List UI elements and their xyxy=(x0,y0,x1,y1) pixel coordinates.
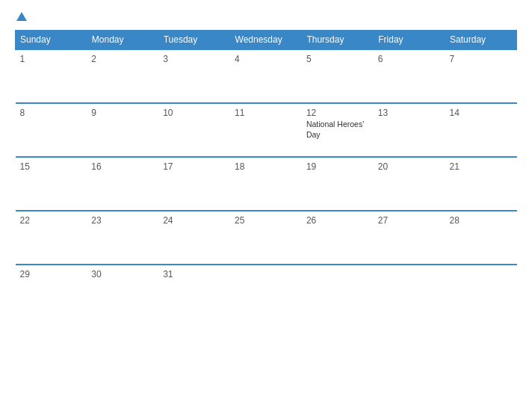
calendar-cell: 26 xyxy=(302,211,374,265)
calendar-cell: 28 xyxy=(445,211,517,265)
calendar-header: SundayMondayTuesdayWednesdayThursdayFrid… xyxy=(16,31,517,50)
cell-day-number: 6 xyxy=(378,54,441,64)
cell-event-label: National Heroes' Day xyxy=(306,120,369,140)
cell-day-number: 12 xyxy=(306,108,369,118)
cell-day-number: 14 xyxy=(450,108,513,118)
calendar-cell: 25 xyxy=(230,211,302,265)
calendar-cell: 11 xyxy=(230,103,302,157)
cell-day-number: 30 xyxy=(91,269,154,279)
calendar-cell: 5 xyxy=(302,49,374,103)
col-header-thursday: Thursday xyxy=(302,31,374,50)
col-header-saturday: Saturday xyxy=(445,31,517,50)
calendar-cell: 17 xyxy=(158,157,230,211)
calendar-week-row: 15161718192021 xyxy=(16,157,517,211)
cell-day-number: 19 xyxy=(306,161,369,172)
cell-day-number: 26 xyxy=(306,215,369,226)
calendar-cell: 8 xyxy=(16,103,87,157)
calendar-cell: 13 xyxy=(374,103,445,157)
page: SundayMondayTuesdayWednesdayThursdayFrid… xyxy=(0,0,532,411)
calendar-cell: 30 xyxy=(87,265,158,318)
cell-day-number: 17 xyxy=(163,161,226,172)
col-header-wednesday: Wednesday xyxy=(230,31,302,50)
cell-day-number: 22 xyxy=(20,215,83,226)
cell-day-number: 11 xyxy=(235,108,297,118)
calendar-cell: 15 xyxy=(16,157,87,211)
cell-day-number: 24 xyxy=(163,215,226,226)
calendar-cell: 29 xyxy=(16,265,87,318)
calendar-cell: 21 xyxy=(445,157,517,211)
calendar-week-row: 22232425262728 xyxy=(16,211,517,265)
cell-day-number: 7 xyxy=(450,54,513,64)
calendar-cell: 4 xyxy=(230,49,302,103)
calendar-cell: 1 xyxy=(16,49,87,103)
cell-day-number: 29 xyxy=(20,269,83,279)
cell-day-number: 4 xyxy=(235,54,297,64)
cell-day-number: 9 xyxy=(91,108,154,118)
calendar-cell: 31 xyxy=(158,265,230,318)
col-header-sunday: Sunday xyxy=(16,31,87,50)
header xyxy=(15,13,517,22)
logo-triangle-icon xyxy=(16,12,27,21)
col-header-tuesday: Tuesday xyxy=(158,31,230,50)
calendar-cell: 2 xyxy=(87,49,158,103)
calendar-cell: 7 xyxy=(445,49,517,103)
calendar-cell: 22 xyxy=(16,211,87,265)
calendar-cell xyxy=(230,265,302,318)
cell-day-number: 23 xyxy=(91,215,154,226)
cell-day-number: 5 xyxy=(306,54,369,64)
calendar-cell: 12National Heroes' Day xyxy=(302,103,374,157)
calendar-cell xyxy=(445,265,517,318)
calendar-cell: 19 xyxy=(302,157,374,211)
cell-day-number: 13 xyxy=(378,108,441,118)
cell-day-number: 27 xyxy=(378,215,441,226)
calendar-cell: 16 xyxy=(87,157,158,211)
calendar-cell: 27 xyxy=(374,211,445,265)
calendar-cell: 24 xyxy=(158,211,230,265)
calendar-week-row: 89101112National Heroes' Day1314 xyxy=(16,103,517,157)
cell-day-number: 8 xyxy=(20,108,83,118)
cell-day-number: 18 xyxy=(235,161,297,172)
calendar-cell: 10 xyxy=(158,103,230,157)
calendar-cell: 3 xyxy=(158,49,230,103)
cell-day-number: 1 xyxy=(20,54,83,64)
cell-day-number: 2 xyxy=(91,54,154,64)
calendar-cell: 23 xyxy=(87,211,158,265)
calendar-cell: 20 xyxy=(374,157,445,211)
col-header-monday: Monday xyxy=(87,31,158,50)
cell-day-number: 15 xyxy=(20,161,83,172)
cell-day-number: 31 xyxy=(163,269,226,279)
calendar-cell: 9 xyxy=(87,103,158,157)
cell-day-number: 3 xyxy=(163,54,226,64)
cell-day-number: 25 xyxy=(235,215,297,226)
calendar-week-row: 1234567 xyxy=(16,49,517,103)
calendar-cell: 14 xyxy=(445,103,517,157)
cell-day-number: 21 xyxy=(450,161,513,172)
calendar-table: SundayMondayTuesdayWednesdayThursdayFrid… xyxy=(15,30,517,318)
calendar-cell xyxy=(374,265,445,318)
cell-day-number: 20 xyxy=(378,161,441,172)
calendar-cell: 18 xyxy=(230,157,302,211)
calendar-cell xyxy=(302,265,374,318)
logo xyxy=(15,13,27,22)
calendar-week-row: 293031 xyxy=(16,265,517,318)
calendar-body: 123456789101112National Heroes' Day13141… xyxy=(16,49,517,318)
col-header-friday: Friday xyxy=(374,31,445,50)
cell-day-number: 10 xyxy=(163,108,226,118)
calendar-header-row: SundayMondayTuesdayWednesdayThursdayFrid… xyxy=(16,31,517,50)
calendar-cell: 6 xyxy=(374,49,445,103)
cell-day-number: 16 xyxy=(91,161,154,172)
cell-day-number: 28 xyxy=(450,215,513,226)
